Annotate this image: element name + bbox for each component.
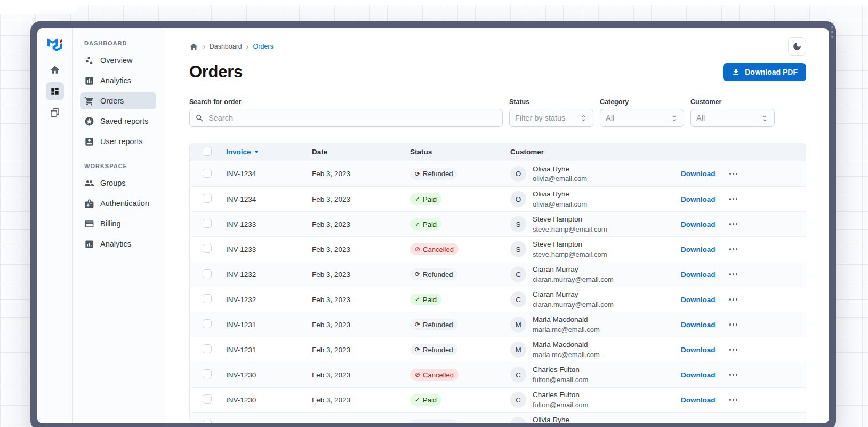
row-more-button[interactable]: [727, 271, 740, 278]
customer-filter: Customer All: [690, 98, 775, 127]
column-header-invoice[interactable]: Invoice: [226, 148, 312, 156]
table-row: INV-1230 Feb 3, 2023 ✓ Paid C Charles Fu…: [190, 387, 806, 412]
sidebar: DASHBOARD Overview Analytics Orders Save…: [73, 28, 164, 423]
status-filter: Status Filter by status: [509, 98, 593, 127]
sidebar-item-user-reports[interactable]: User reports: [80, 133, 156, 150]
status-chip-label: Refunded: [423, 170, 453, 177]
download-link[interactable]: Download: [681, 321, 716, 329]
row-more-button[interactable]: [727, 296, 740, 303]
select-all-checkbox[interactable]: [203, 147, 212, 156]
rail-layers-button[interactable]: [46, 104, 64, 122]
download-link[interactable]: Download: [681, 396, 716, 404]
download-link[interactable]: Download: [681, 195, 716, 203]
download-link[interactable]: Download: [681, 246, 716, 254]
mui-logo[interactable]: [45, 35, 65, 54]
row-checkbox[interactable]: [203, 319, 212, 328]
sidebar-item-overview[interactable]: Overview: [80, 52, 156, 69]
dark-mode-toggle-button[interactable]: [788, 37, 806, 56]
table-row: INV-1230 Feb 3, 2023 ⊘ Cancelled C Charl…: [190, 362, 806, 387]
date-cell: Feb 3, 2023: [312, 220, 410, 228]
unfold-chevrons-icon: [580, 114, 588, 122]
status-chip: ✓ Paid: [410, 218, 441, 230]
download-link[interactable]: Download: [681, 170, 716, 178]
invoice-cell: INV-1231: [226, 346, 312, 354]
row-checkbox[interactable]: [203, 169, 212, 178]
row-more-button[interactable]: [727, 321, 740, 328]
page-background-strip: [0, 0, 868, 5]
moon-icon: [792, 42, 802, 51]
category-select[interactable]: All: [600, 109, 684, 127]
sidebar-item-authentication[interactable]: Authentication: [80, 195, 156, 212]
breadcrumb-home-button[interactable]: [189, 42, 198, 51]
row-checkbox[interactable]: [203, 369, 212, 378]
status-chip: ⟳ Refunded: [410, 319, 457, 330]
sidebar-item-groups[interactable]: Groups: [80, 175, 156, 192]
rail-dashboard-button[interactable]: [46, 82, 64, 100]
row-more-button[interactable]: [727, 397, 740, 403]
date-cell: Feb 3, 2023: [312, 195, 410, 203]
download-link[interactable]: Download: [681, 421, 716, 423]
row-checkbox[interactable]: [203, 219, 212, 228]
row-more-button[interactable]: [727, 221, 740, 227]
status-chip: ✓ Paid: [410, 294, 441, 305]
customer-name: Steve Hampton: [533, 215, 607, 224]
download-link[interactable]: Download: [681, 271, 716, 279]
row-checkbox[interactable]: [203, 294, 212, 303]
avatar: O: [510, 191, 526, 207]
sidebar-item-billing[interactable]: Billing: [80, 215, 156, 232]
download-link[interactable]: Download: [681, 296, 716, 304]
layers-icon: [50, 107, 60, 118]
customer-name: Maria Macdonald: [533, 340, 600, 350]
chart-icon: [84, 239, 94, 249]
table-row: INV-1231 Feb 3, 2023 ⟳ Refunded M Maria …: [190, 312, 806, 337]
row-more-button[interactable]: [727, 196, 740, 202]
home-icon: [189, 42, 198, 51]
status-chip-label: Cancelled: [423, 246, 454, 253]
row-checkbox[interactable]: [203, 344, 212, 353]
avatar: M: [510, 342, 526, 358]
sidebar-item-label: Billing: [100, 219, 121, 228]
orders-table: Invoice Date Status Customer INV-1234 Fe…: [189, 143, 806, 423]
invoice-cell: INV-1232: [226, 296, 312, 304]
customer-select[interactable]: All: [690, 109, 775, 127]
rail-home-button[interactable]: [46, 61, 64, 79]
sidebar-item-analytics-workspace[interactable]: Analytics: [80, 235, 156, 252]
invoice-cell: INV-1230: [226, 396, 312, 404]
avatar: C: [510, 266, 526, 282]
app-window: DASHBOARD Overview Analytics Orders Save…: [30, 21, 836, 427]
row-more-button[interactable]: [727, 171, 740, 177]
sidebar-item-label: Analytics: [100, 76, 131, 85]
status-label: Status: [509, 98, 593, 106]
sidebar-item-saved-reports[interactable]: Saved reports: [80, 113, 156, 130]
row-checkbox[interactable]: [203, 244, 212, 253]
status-select[interactable]: Filter by status: [509, 109, 593, 127]
download-link[interactable]: Download: [681, 220, 716, 228]
date-cell: Feb 3, 2023: [312, 371, 410, 379]
scatter-icon: [84, 56, 94, 66]
sidebar-item-label: Authentication: [100, 199, 149, 208]
sidebar-item-label: Groups: [100, 179, 126, 187]
sidebar-item-label: Orders: [100, 97, 124, 105]
date-cell: Feb 3, 2023: [312, 296, 410, 304]
row-more-button[interactable]: [727, 371, 740, 378]
invoice-cell: INV-1233: [226, 220, 312, 228]
column-header-customer: Customer: [510, 148, 677, 156]
breadcrumb-dashboard-link[interactable]: Dashboard: [210, 43, 242, 50]
download-link[interactable]: Download: [681, 371, 716, 379]
row-more-button[interactable]: [727, 346, 740, 353]
invoice-header-label: Invoice: [226, 148, 251, 156]
download-link[interactable]: Download: [681, 346, 716, 354]
search-input[interactable]: [208, 114, 497, 122]
row-more-button[interactable]: [727, 422, 740, 423]
customer-name: Charles Fulton: [533, 390, 588, 400]
sidebar-item-analytics[interactable]: Analytics: [80, 72, 156, 89]
row-checkbox[interactable]: [203, 394, 212, 404]
date-cell: Feb 3, 2023: [312, 170, 410, 178]
dashboard-grid-icon: [50, 86, 60, 97]
row-more-button[interactable]: [727, 246, 740, 252]
download-pdf-button[interactable]: Download PDF: [723, 63, 806, 81]
row-checkbox[interactable]: [203, 269, 212, 278]
row-checkbox[interactable]: [203, 420, 212, 423]
row-checkbox[interactable]: [203, 194, 212, 203]
sidebar-item-orders[interactable]: Orders: [80, 92, 156, 109]
